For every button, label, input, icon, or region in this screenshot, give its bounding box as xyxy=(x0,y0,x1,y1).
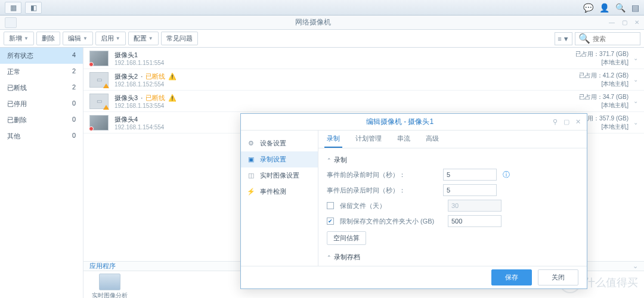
dialog-tabs: 录制 计划管理 串流 高级 xyxy=(318,131,587,148)
label-limit-size: 限制保存文件的文件夹大小 (GB) xyxy=(340,217,442,226)
label-post-event: 事件后的录后时间（秒）： xyxy=(327,186,437,195)
app-window-icon[interactable]: ◧ xyxy=(25,2,42,14)
close-icon[interactable]: ✕ xyxy=(575,118,581,126)
user-icon[interactable]: 👤 xyxy=(599,3,609,13)
tab-recording[interactable]: 录制 xyxy=(324,131,342,148)
dialog-sidebar: ⚙设备设置 ▣录制设置 ◫实时图像设置 ⚡事件检测 xyxy=(241,131,318,266)
record-icon: ▣ xyxy=(247,156,255,163)
status-sidebar: 所有状态4 正常2 已断线2 已停用0 已删除0 其他0 xyxy=(0,48,83,298)
config-button[interactable]: 配置▼ xyxy=(128,32,159,45)
pin-icon[interactable]: ⚲ xyxy=(553,118,558,126)
search-box[interactable]: 🔍 xyxy=(575,32,640,45)
delete-button[interactable]: 删除 xyxy=(36,32,60,45)
section-archive[interactable]: ⌃录制存档 xyxy=(327,250,578,264)
modal-overlay: 编辑摄像机 - 摄像头1 ⚲ ▢ ✕ ⚙设备设置 ▣录制设置 ◫实时图像设置 ⚡… xyxy=(83,48,644,298)
chevron-down-icon: ▼ xyxy=(24,36,29,41)
status-ok[interactable]: 正常2 xyxy=(0,64,83,80)
bolt-icon: ⚡ xyxy=(247,188,255,195)
gear-icon: ⚙ xyxy=(247,139,255,147)
search-input[interactable] xyxy=(593,35,637,42)
close-button[interactable]: 关闭 xyxy=(538,269,578,285)
maximize-icon[interactable]: ▢ xyxy=(564,118,569,126)
edit-button[interactable]: 编辑▼ xyxy=(63,32,93,45)
chevron-down-icon: ⌃ xyxy=(327,157,332,163)
window-app-icon xyxy=(5,17,17,28)
save-button[interactable]: 保存 xyxy=(491,269,532,285)
side-event-detection[interactable]: ⚡事件检测 xyxy=(241,184,318,200)
window-titlebar: 网络摄像机 — ▢ ✕ xyxy=(0,15,644,30)
status-other[interactable]: 其他0 xyxy=(0,128,83,144)
maximize-icon[interactable]: ▢ xyxy=(622,19,627,26)
keep-days-input xyxy=(448,200,501,212)
tab-advanced[interactable]: 高级 xyxy=(423,131,441,148)
chevron-down-icon: ▼ xyxy=(148,36,153,41)
status-deleted[interactable]: 已删除0 xyxy=(0,112,83,128)
window-title: 网络摄像机 xyxy=(17,17,609,27)
chevron-down-icon: ▼ xyxy=(116,36,120,41)
keep-files-checkbox[interactable] xyxy=(327,202,334,209)
info-icon[interactable]: ⓘ xyxy=(503,170,510,180)
faq-button[interactable]: 常见问题 xyxy=(161,32,198,45)
app-grid-icon[interactable]: ▦ xyxy=(5,2,21,14)
side-live-settings[interactable]: ◫实时图像设置 xyxy=(241,167,318,184)
system-titlebar: ▦ ◧ 💬 👤 🔍 ▤ xyxy=(0,0,644,15)
status-disabled[interactable]: 已停用0 xyxy=(0,96,83,112)
post-event-input[interactable] xyxy=(443,184,497,196)
chat-icon[interactable]: 💬 xyxy=(583,3,593,13)
section-recording[interactable]: ⌃录制 xyxy=(327,153,578,167)
edit-camera-dialog: 编辑摄像机 - 摄像头1 ⚲ ▢ ✕ ⚙设备设置 ▣录制设置 ◫实时图像设置 ⚡… xyxy=(240,113,587,289)
toolbar: 新增▼ 删除 编辑▼ 启用▼ 配置▼ 常见问题 ≡▼ 🔍 xyxy=(0,30,644,48)
dialog-title: 编辑摄像机 - 摄像头1 xyxy=(247,117,553,127)
tab-schedule[interactable]: 计划管理 xyxy=(353,131,384,148)
view-mode-button[interactable]: ≡▼ xyxy=(555,32,572,45)
pre-event-input[interactable] xyxy=(443,169,497,181)
minimize-icon[interactable]: — xyxy=(609,19,615,26)
label-pre-event: 事件前的录前时间（秒）： xyxy=(327,170,437,179)
search-icon[interactable]: 🔍 xyxy=(615,3,626,13)
chevron-down-icon: ▼ xyxy=(83,36,88,41)
limit-size-input[interactable] xyxy=(448,215,501,227)
image-icon: ◫ xyxy=(247,172,255,179)
chevron-down-icon: ⌃ xyxy=(327,254,332,260)
limit-size-checkbox[interactable]: ✔ xyxy=(327,218,334,225)
status-all[interactable]: 所有状态4 xyxy=(0,48,83,64)
side-device-settings[interactable]: ⚙设备设置 xyxy=(241,135,318,151)
enable-button[interactable]: 启用▼ xyxy=(95,32,126,45)
search-icon: 🔍 xyxy=(578,33,590,44)
close-icon[interactable]: ✕ xyxy=(634,19,639,26)
space-estimate-button[interactable]: 空间估算 xyxy=(327,231,366,245)
add-button[interactable]: 新增▼ xyxy=(4,32,34,45)
tab-stream[interactable]: 串流 xyxy=(395,131,413,148)
dashboard-icon[interactable]: ▤ xyxy=(631,3,639,13)
side-recording-settings[interactable]: ▣录制设置 xyxy=(241,151,318,167)
label-keep-days: 保留文件（天） xyxy=(340,201,442,210)
status-offline[interactable]: 已断线2 xyxy=(0,80,83,96)
